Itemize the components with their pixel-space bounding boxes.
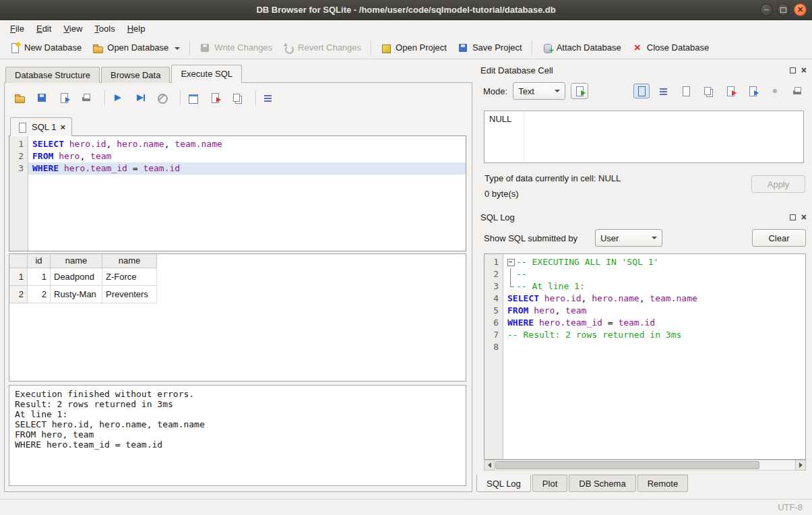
log-horizontal-scrollbar[interactable]	[484, 460, 806, 471]
sql-tabbar: SQL 1	[5, 113, 472, 135]
open-database-button[interactable]: Open Database	[87, 39, 185, 57]
bottom-tab-remote[interactable]: Remote	[637, 475, 689, 492]
format-sql-button[interactable]	[260, 90, 276, 105]
menu-file[interactable]: File	[4, 22, 30, 36]
open-sql-file-button[interactable]	[11, 90, 28, 105]
code-line: -- At line 1:	[503, 280, 805, 293]
main-tabbar: Database StructureBrowse DataExecute SQL	[5, 65, 243, 83]
print-button[interactable]	[78, 90, 94, 105]
import-file-icon	[574, 86, 585, 96]
tab-browse-data[interactable]: Browse Data	[101, 67, 170, 83]
execute-line-button[interactable]	[131, 90, 148, 105]
column-header-2[interactable]: name	[51, 254, 102, 268]
import-file-button[interactable]	[745, 84, 761, 98]
code-line: SELECT hero.id, hero.name, team.name	[503, 293, 805, 305]
table-cell[interactable]: 1	[28, 268, 51, 286]
log-filter-combobox[interactable]: User	[595, 229, 662, 247]
menu-edit[interactable]: Edit	[30, 22, 57, 36]
cell-value-editor[interactable]: NULL	[484, 111, 804, 163]
row-number[interactable]: 1	[9, 268, 28, 286]
save-project-button[interactable]: Save Project	[452, 39, 528, 57]
statusbar: UTF-8	[0, 499, 812, 515]
scrollbar-track[interactable]	[495, 460, 795, 471]
execute-line-icon	[134, 92, 145, 103]
fold-box-icon[interactable]	[507, 256, 516, 268]
menu-tools[interactable]: Tools	[88, 22, 121, 36]
export-file-button[interactable]	[722, 84, 739, 98]
menu-view[interactable]: View	[57, 22, 88, 36]
table-cell[interactable]: Rusty-Man	[51, 286, 102, 303]
dropdown-arrow-icon[interactable]	[175, 47, 180, 50]
code-line: WHERE hero.team_id = team.id	[503, 317, 805, 329]
column-header-1[interactable]: id	[28, 254, 51, 268]
new-tab-button[interactable]	[185, 90, 201, 105]
close-dock-icon[interactable]	[801, 65, 807, 75]
table-row: 22Rusty-ManPreventers	[9, 286, 466, 303]
sql-log-dock: SQL Log	[475, 209, 812, 225]
code-line: SELECT hero.id, hero.name, team.name	[28, 138, 466, 150]
sql-editor[interactable]: 123SELECT hero.id, hero.name, team.nameF…	[9, 135, 466, 251]
window-minimize-button[interactable]	[760, 3, 773, 16]
row-number[interactable]: 2	[9, 286, 28, 303]
bottom-tab-sql-log[interactable]: SQL Log	[476, 475, 531, 492]
window-maximize-button[interactable]	[777, 3, 790, 16]
copy-icon	[703, 86, 714, 96]
import-from-file-button[interactable]	[571, 83, 588, 99]
close-database-label: Close Database	[647, 42, 710, 53]
save-sql-as-button[interactable]	[56, 90, 72, 105]
autocomplete-button[interactable]	[229, 90, 245, 105]
column-header-3[interactable]: name	[102, 254, 157, 268]
tab-execute-sql[interactable]: Execute SQL	[171, 65, 242, 83]
scroll-left-icon[interactable]	[484, 460, 495, 471]
table-cell[interactable]: Preventers	[102, 286, 157, 303]
line-number: 1	[9, 138, 28, 150]
copy-button[interactable]	[700, 84, 716, 98]
bottom-tab-plot[interactable]: Plot	[532, 475, 567, 492]
print-cell-button[interactable]	[789, 84, 805, 98]
export-sql-button[interactable]	[207, 90, 223, 105]
set-null-button[interactable]	[767, 84, 783, 98]
new-database-button[interactable]: New Database	[4, 39, 87, 57]
table-cell[interactable]: 2	[28, 286, 51, 303]
stop-button[interactable]	[154, 90, 170, 105]
text-mode-button[interactable]	[633, 84, 650, 98]
import-file-icon	[747, 86, 758, 96]
table-header-row: idnamename	[9, 254, 466, 268]
execute-all-button[interactable]	[109, 90, 125, 105]
close-tab-icon[interactable]	[60, 123, 65, 131]
apply-button[interactable]: Apply	[751, 175, 805, 193]
results-area: idnamename11DeadpondZ-Force22Rusty-ManPr…	[9, 253, 466, 382]
undock-icon[interactable]	[790, 67, 796, 73]
menu-help[interactable]: Help	[121, 22, 152, 36]
sql-tab[interactable]: SQL 1	[10, 117, 72, 136]
export-sql-icon	[210, 92, 220, 103]
code-line: --	[503, 268, 805, 280]
word-wrap-button[interactable]	[656, 84, 672, 98]
new-database-label: New Database	[24, 42, 82, 53]
save-sql-file-button[interactable]	[34, 90, 50, 105]
mode-combobox[interactable]: Text	[513, 82, 565, 100]
open-project-button[interactable]: Open Project	[375, 39, 452, 57]
execute-all-icon	[112, 92, 123, 103]
clear-log-button[interactable]: Clear	[752, 229, 806, 247]
sql-log-editor[interactable]: 12345678-- EXECUTING ALL IN 'SQL 1'---- …	[484, 253, 806, 460]
bottom-tab-db-schema[interactable]: DB Schema	[569, 475, 635, 492]
right-pane: Edit Database Cell Mode: Text NULL Type …	[475, 59, 812, 499]
table-cell[interactable]: Deadpond	[51, 268, 102, 286]
close-database-button[interactable]: Close Database	[627, 39, 715, 57]
table-cell[interactable]: Z-Force	[102, 268, 157, 286]
line-number: 6	[485, 317, 503, 329]
execution-message-area[interactable]: Execution finished without errors.Result…	[9, 385, 466, 486]
window-close-button[interactable]	[794, 3, 807, 16]
attach-database-button[interactable]: Attach Database	[536, 39, 627, 57]
scrollbar-thumb[interactable]	[495, 461, 759, 469]
open-file-button[interactable]	[678, 84, 694, 98]
scroll-right-icon[interactable]	[795, 460, 806, 471]
dock-buttons	[790, 65, 807, 75]
cell-type-info: Type of data currently in cell: NULL	[485, 173, 621, 184]
undock-icon[interactable]	[790, 214, 796, 220]
titlebar[interactable]: DB Browser for SQLite - /home/user/code/…	[0, 0, 812, 20]
cell-value: NULL	[489, 114, 511, 124]
close-dock-icon[interactable]	[801, 212, 807, 222]
tab-database-structure[interactable]: Database Structure	[5, 67, 100, 83]
